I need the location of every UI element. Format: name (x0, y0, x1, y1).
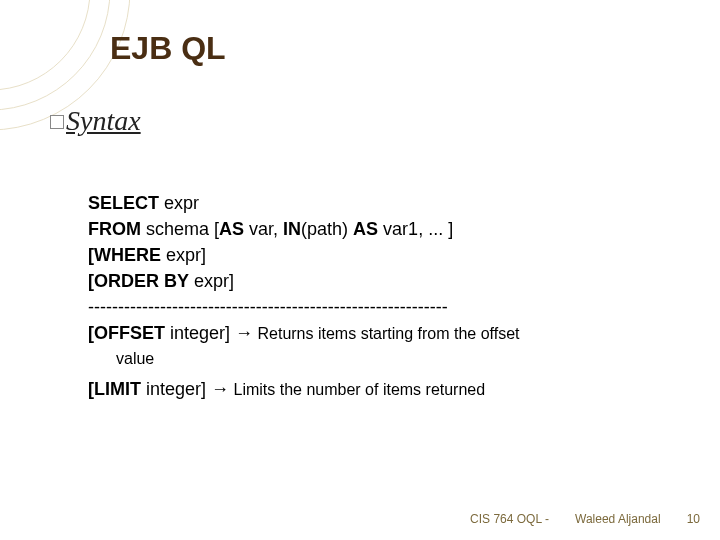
syntax-select-line: SELECT expr (88, 190, 680, 216)
syntax-orderby-line: [ORDER BY expr] (88, 268, 680, 294)
keyword-from: FROM (88, 219, 141, 239)
keyword-offset: [OFFSET (88, 323, 165, 343)
arrow-icon: → (235, 323, 253, 343)
syntax-from-line: FROM schema [AS var, IN(path) AS var1, .… (88, 216, 680, 242)
footer-page-number: 10 (687, 512, 700, 526)
syntax-offset-line: [OFFSET integer] → Returns items startin… (88, 320, 680, 346)
section-heading: Syntax (50, 105, 141, 137)
syntax-body: SELECT expr FROM schema [AS var, IN(path… (88, 190, 680, 402)
arrow-icon: → (211, 379, 229, 399)
svg-point-2 (0, 0, 90, 90)
text-from-2: var, (244, 219, 283, 239)
keyword-as-1: AS (219, 219, 244, 239)
text-from-4: var1, ... ] (378, 219, 453, 239)
section-heading-text: Syntax (66, 105, 141, 136)
svg-point-1 (0, 0, 110, 110)
text-select-expr: expr (159, 193, 199, 213)
keyword-limit: [LIMIT (88, 379, 141, 399)
syntax-offset-cont: value (88, 347, 680, 370)
text-offset-desc: Returns items starting from the offset (253, 325, 519, 342)
keyword-in: IN (283, 219, 301, 239)
divider-dashes: ----------------------------------------… (88, 294, 680, 320)
text-limit-mid: integer] (141, 379, 211, 399)
keyword-where: [WHERE (88, 245, 161, 265)
keyword-orderby: [ORDER BY (88, 271, 189, 291)
text-offset-mid: integer] (165, 323, 235, 343)
text-orderby-expr: expr] (189, 271, 234, 291)
keyword-select: SELECT (88, 193, 159, 213)
slide-title: EJB QL (110, 30, 226, 67)
text-limit-desc: Limits the number of items returned (229, 381, 485, 398)
footer-author: Waleed Aljandal (575, 512, 661, 526)
footer-course: CIS 764 OQL - (470, 512, 549, 526)
slide-footer: CIS 764 OQL - Waleed Aljandal 10 (470, 512, 700, 526)
syntax-where-line: [WHERE expr] (88, 242, 680, 268)
syntax-limit-line: [LIMIT integer] → Limits the number of i… (88, 376, 680, 402)
text-from-3: (path) (301, 219, 353, 239)
bullet-box-icon (50, 115, 64, 129)
keyword-as-2: AS (353, 219, 378, 239)
text-from-1: schema [ (141, 219, 219, 239)
text-where-expr: expr] (161, 245, 206, 265)
